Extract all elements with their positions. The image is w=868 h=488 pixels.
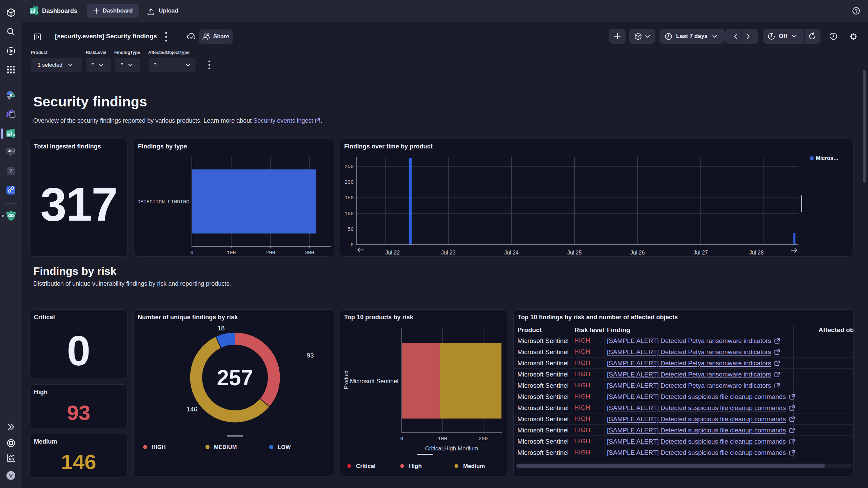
svg-text:Critical: Critical: [356, 463, 376, 469]
svg-text:0: 0: [190, 250, 193, 256]
svg-text:Microsoft Sentinel: Microsoft Sentinel: [350, 378, 398, 385]
svg-text:Product: Product: [343, 370, 349, 389]
svg-text:100: 100: [226, 250, 236, 256]
svg-text:HIGH: HIGH: [152, 444, 166, 450]
svg-text:MEDIUM: MEDIUM: [214, 444, 237, 450]
svg-text:100: 100: [438, 436, 447, 442]
svg-text:0: 0: [400, 436, 403, 442]
svg-text:257: 257: [217, 366, 253, 390]
svg-text:High: High: [409, 463, 422, 469]
svg-text:200: 200: [266, 250, 275, 256]
svg-text:Critical,High,Medium: Critical,High,Medium: [425, 445, 478, 452]
svg-text:Jul 28: Jul 28: [749, 250, 764, 256]
svg-text:Micros…: Micros…: [816, 155, 839, 161]
svg-text:Jul 25: Jul 25: [567, 250, 582, 256]
svg-text:Jul 24: Jul 24: [504, 250, 519, 256]
svg-text:LOW: LOW: [278, 444, 291, 450]
svg-text:18: 18: [217, 325, 224, 332]
svg-text:300: 300: [305, 250, 314, 256]
svg-text:93: 93: [307, 352, 314, 359]
svg-text:100: 100: [344, 211, 354, 217]
svg-text:50: 50: [348, 227, 354, 232]
svg-text:DETECTION_FINDING: DETECTION_FINDING: [137, 199, 189, 205]
svg-text:150: 150: [344, 195, 354, 201]
svg-text:146: 146: [186, 406, 197, 413]
svg-text:Jul 22: Jul 22: [385, 250, 400, 256]
svg-text:Jul 26: Jul 26: [630, 250, 645, 256]
svg-text:0: 0: [351, 242, 354, 248]
svg-text:200: 200: [478, 436, 488, 442]
svg-text:Jul 23: Jul 23: [441, 250, 456, 256]
svg-text:250: 250: [344, 164, 354, 170]
svg-text:Jul 27: Jul 27: [693, 250, 708, 256]
svg-text:Medium: Medium: [463, 463, 485, 469]
svg-text:200: 200: [344, 180, 354, 185]
